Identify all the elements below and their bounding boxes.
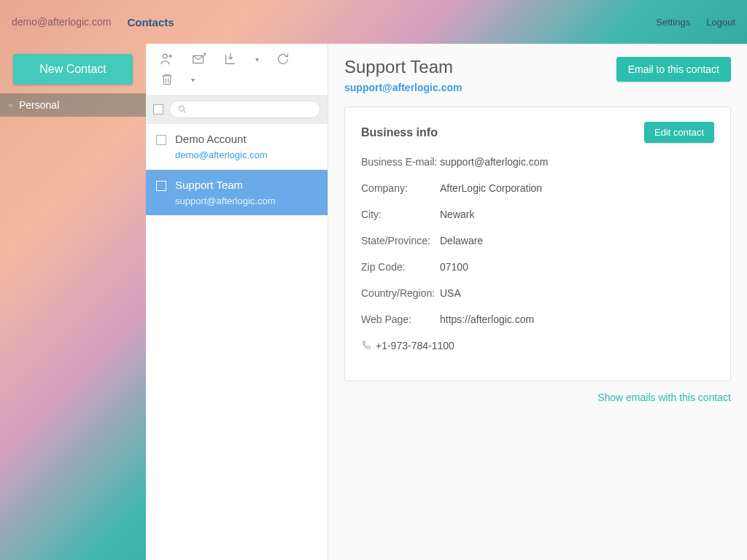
detail-pane: Support Team support@afterlogic.com Emai…: [328, 44, 747, 560]
field-label: State/Province:: [361, 235, 437, 246]
contact-name: Support Team: [175, 179, 275, 191]
edit-contact-button[interactable]: Edit contact: [644, 122, 714, 143]
import-icon[interactable]: [223, 51, 239, 67]
list-item[interactable]: Support Team support@afterlogic.com: [146, 170, 328, 216]
phone-icon: [361, 341, 371, 351]
svg-point-2: [179, 106, 184, 111]
sidebar-item-personal[interactable]: Personal: [0, 93, 146, 117]
field-value: support@afterlogic.com: [440, 156, 548, 168]
field-value: +1-973-784-1100: [376, 340, 454, 351]
new-contact-button[interactable]: New Contact: [13, 54, 133, 85]
chevron-down-icon[interactable]: ▾: [191, 76, 195, 84]
business-info-card: Business info Edit contact Business E-ma…: [344, 106, 731, 381]
new-contact-icon[interactable]: [159, 51, 175, 67]
field-label: Web Page:: [361, 314, 437, 325]
select-all-checkbox[interactable]: [153, 104, 163, 114]
account-label[interactable]: demo@afterlogic.com: [12, 16, 111, 28]
compose-icon[interactable]: [191, 51, 207, 67]
trash-icon[interactable]: [159, 71, 175, 88]
field-label: Business E-mail:: [361, 156, 437, 168]
list-item[interactable]: Demo Account demo@afterlogic.com: [146, 124, 328, 170]
field-value: Delaware: [440, 235, 483, 246]
detail-email[interactable]: support@afterlogic.com: [344, 82, 462, 93]
svg-point-0: [163, 54, 167, 58]
contact-name: Demo Account: [175, 133, 268, 145]
sidebar: New Contact Personal: [0, 44, 146, 560]
top-bar: demo@afterlogic.com Contacts Settings Lo…: [0, 0, 747, 44]
field-value: https://afterlogic.com: [440, 314, 534, 325]
field-label: Company:: [361, 182, 437, 194]
contact-email: demo@afterlogic.com: [175, 149, 268, 160]
field-value: USA: [440, 287, 461, 299]
search-input[interactable]: [169, 101, 320, 118]
list-toolbar: ▾: [146, 44, 328, 71]
logout-link[interactable]: Logout: [706, 17, 735, 28]
field-value: AfterLogic Corporation: [440, 182, 542, 194]
contact-email: support@afterlogic.com: [175, 195, 275, 206]
detail-title: Support Team: [344, 57, 462, 77]
refresh-icon[interactable]: [275, 51, 291, 67]
contact-list-column: ▾ ▾ Demo Account demo@afterlogic.com: [146, 44, 328, 560]
search-icon: [177, 104, 187, 114]
chevron-down-icon[interactable]: ▾: [255, 55, 259, 63]
tab-contacts[interactable]: Contacts: [127, 16, 174, 28]
row-checkbox[interactable]: [156, 135, 166, 145]
settings-link[interactable]: Settings: [656, 17, 690, 28]
field-value: Newark: [440, 209, 474, 220]
field-label: Country/Region:: [361, 287, 437, 299]
field-value: 07100: [440, 261, 468, 273]
card-title: Business info: [361, 126, 438, 139]
show-emails-link[interactable]: Show emails with this contact: [597, 392, 731, 403]
search-bar: [146, 95, 328, 124]
row-checkbox[interactable]: [156, 181, 166, 191]
email-contact-button[interactable]: Email to this contact: [616, 57, 731, 82]
field-label: Zip Code:: [361, 261, 437, 273]
field-label: City:: [361, 209, 437, 220]
